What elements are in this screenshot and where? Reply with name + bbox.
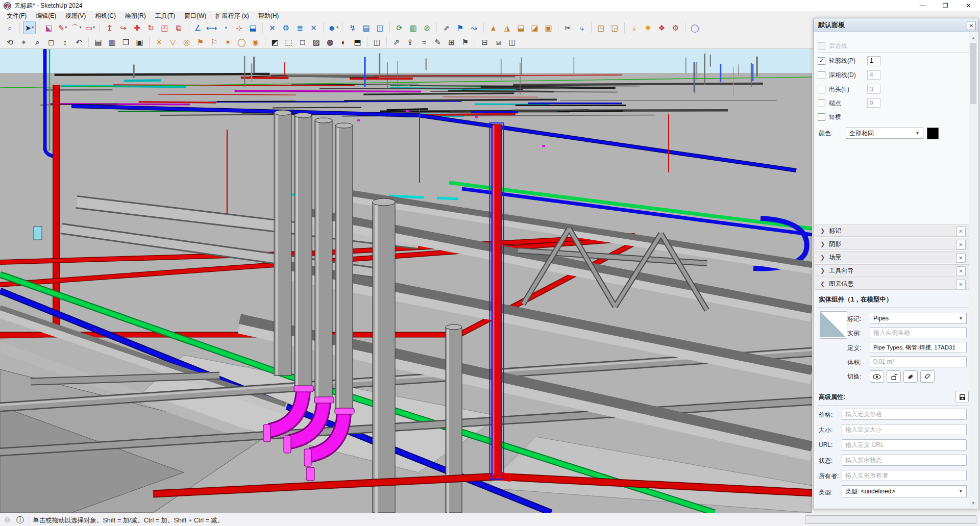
locked-toggle-padlock-icon[interactable]: [887, 370, 901, 383]
style-xray-button[interactable]: ◩: [268, 35, 281, 48]
cube-pair-button[interactable]: ◫: [506, 35, 519, 48]
minimize-button[interactable]: —: [911, 0, 934, 11]
panel-header[interactable]: 默认面板 ✕: [814, 18, 978, 32]
curve-swoosh-button[interactable]: ↝: [468, 21, 480, 34]
section-cut-button[interactable]: ▽: [166, 35, 179, 48]
type-dropdown[interactable]: 类型: <undefined> ▼: [842, 485, 967, 497]
endpoints-value-input[interactable]: [867, 98, 880, 108]
report-edit-button[interactable]: ▥: [407, 21, 420, 34]
menu-item-7[interactable]: 窗口(W): [180, 11, 211, 20]
flag-marker-button[interactable]: ⚑: [454, 21, 467, 34]
size-input[interactable]: [842, 424, 967, 435]
extension-value-input[interactable]: [867, 85, 880, 94]
menu-item-4[interactable]: 相机(C): [90, 11, 120, 20]
sandbox-smoove-button[interactable]: ⬓: [514, 21, 527, 34]
flick-tool-button[interactable]: ↯: [346, 21, 359, 34]
style-wireframe-button[interactable]: □: [296, 35, 309, 48]
eraser-tool-button[interactable]: ⬕: [42, 21, 55, 34]
zoom-extents-tool-button[interactable]: ↕: [59, 35, 71, 48]
extension-search-button[interactable]: ◯: [689, 21, 701, 34]
section-tags-close-icon[interactable]: ✕: [956, 227, 966, 236]
layout-window-a-button[interactable]: ▤: [92, 35, 105, 48]
section-tags[interactable]: ❯ 标记 ✕: [815, 224, 977, 237]
select-tool-dropdown-icon[interactable]: ▾: [32, 26, 34, 30]
layout-window-c-button[interactable]: ❐: [119, 35, 132, 48]
cube-select-button[interactable]: ◫: [371, 35, 383, 48]
user-account-dropdown-icon[interactable]: ▾: [336, 26, 338, 30]
offset-tool-button[interactable]: ⧉: [172, 21, 185, 34]
arc-tool-button[interactable]: ⌒▾: [70, 21, 83, 34]
scrollbar-thumb[interactable]: [970, 43, 976, 104]
sandbox-stamp-button[interactable]: ◪: [528, 21, 541, 34]
move-tool-button[interactable]: ✚: [131, 21, 143, 34]
component-browser-button[interactable]: ◫: [374, 21, 386, 34]
line-tool-dropdown-icon[interactable]: ▾: [65, 26, 67, 30]
measurement-input[interactable]: [805, 515, 976, 524]
light-burst-button[interactable]: ✶: [222, 35, 234, 48]
grid-tool-button[interactable]: ⊞: [445, 35, 458, 48]
box-edit-a-button[interactable]: ◳: [595, 21, 607, 34]
axes-tool-button[interactable]: ⊹: [233, 21, 246, 34]
edge-color-dropdown[interactable]: 全部相同 ▼: [846, 128, 923, 139]
circle-display-b-button[interactable]: ◉: [249, 35, 262, 48]
jitter-checkbox[interactable]: [818, 113, 825, 121]
section-scenes[interactable]: ❯ 场景 ✕: [815, 251, 977, 263]
geolocation-icon[interactable]: ⊚: [4, 515, 11, 524]
box-edit-b-button[interactable]: ◲: [608, 21, 621, 34]
rectangle-tool-dropdown-icon[interactable]: ▾: [93, 26, 95, 30]
pipe-wrench-tool-button[interactable]: ⤷: [575, 21, 588, 34]
status-input[interactable]: [842, 455, 967, 466]
edge-color-swatch[interactable]: [927, 128, 939, 139]
restore-button[interactable]: ❐: [934, 0, 957, 11]
circle-display-a-button[interactable]: ◯: [235, 35, 248, 48]
menu-item-3[interactable]: 视图(V): [61, 11, 90, 20]
line-tool-button[interactable]: ✎▾: [56, 21, 69, 34]
zoom-window-tool-button[interactable]: ◻: [45, 35, 58, 48]
style-monochrome-button[interactable]: ⬒: [351, 35, 364, 48]
volume-input[interactable]: [870, 356, 967, 367]
menu-item-1[interactable]: 文件(F): [2, 11, 31, 20]
style-back-edges-button[interactable]: ⬚: [282, 35, 295, 48]
terrain-waves-button[interactable]: ≈: [418, 35, 430, 48]
rectangle-tool-button[interactable]: ▭▾: [84, 21, 96, 34]
endpoints-checkbox[interactable]: [818, 99, 825, 107]
annotate-pen-button[interactable]: ✎: [431, 35, 444, 48]
info-credits-icon[interactable]: ⓘ: [16, 515, 24, 525]
model-viewport[interactable]: [0, 49, 812, 513]
close-button[interactable]: ✕: [957, 0, 980, 11]
scroll-up-icon[interactable]: ▲: [970, 34, 977, 41]
follow-me-tool-button[interactable]: ↪: [117, 21, 130, 34]
menu-item-6[interactable]: 工具(T): [151, 11, 180, 20]
depth-cue-checkbox[interactable]: [818, 71, 825, 79]
shadow-sun-button[interactable]: ✳: [153, 35, 165, 48]
price-input[interactable]: [842, 409, 967, 420]
knife-tool-button[interactable]: ✂: [561, 21, 574, 34]
cast-shadows-toggle-icon[interactable]: [920, 370, 935, 383]
instance-input[interactable]: [870, 327, 967, 338]
scale-tool-button[interactable]: ◰: [158, 21, 171, 34]
paint-splash-button[interactable]: ❖: [655, 21, 668, 34]
pan-tool-button[interactable]: ⌖: [17, 35, 30, 48]
panel-close-icon[interactable]: ✕: [967, 21, 976, 30]
model-sync-button[interactable]: ⟳: [393, 21, 406, 34]
hidden-toggle-eye-icon[interactable]: [870, 370, 884, 383]
zoom-tool-button[interactable]: ⌕: [31, 35, 44, 48]
select-tool-button[interactable]: ➤▾: [23, 21, 36, 34]
section-plane-tool-button[interactable]: ⬓: [247, 21, 259, 34]
section-instructor[interactable]: ❯ 工具向导 ✕: [815, 264, 977, 277]
grid-box-b-button[interactable]: ⧈: [492, 35, 505, 48]
section-instructor-close-icon[interactable]: ✕: [956, 266, 966, 276]
scene-flag-button[interactable]: ⚑: [194, 35, 207, 48]
receive-shadows-toggle-icon[interactable]: [903, 370, 918, 383]
component-options-button[interactable]: ⚙: [280, 21, 292, 34]
push-pull-tool-button[interactable]: ↥: [103, 21, 116, 34]
definition-input[interactable]: [870, 342, 967, 353]
menu-item-5[interactable]: 绘图(R): [120, 11, 151, 20]
previous-view-button[interactable]: ↶: [72, 35, 85, 48]
section-shadows-close-icon[interactable]: ✕: [956, 240, 966, 249]
url-input[interactable]: [842, 439, 967, 450]
section-display-button[interactable]: ◎: [180, 35, 193, 48]
tape-measure-tool-button[interactable]: ∠: [191, 21, 204, 34]
section-entity-info-close-icon[interactable]: ✕: [956, 280, 966, 289]
rotate-tool-button[interactable]: ↻: [144, 21, 157, 34]
